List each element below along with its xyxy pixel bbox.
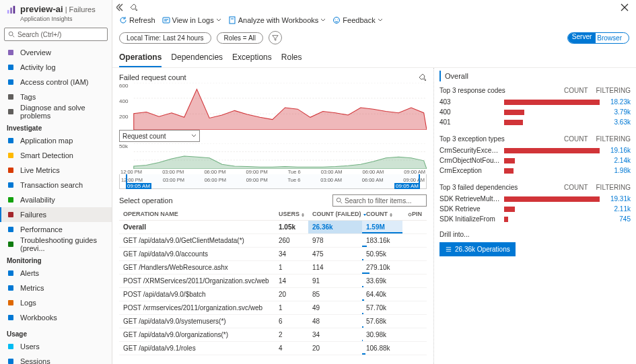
chevron-down-icon [320, 17, 326, 23]
sidebar-item-users[interactable]: Users [0, 339, 112, 354]
table-row[interactable]: GET /api/data/v9.0/accounts 34 475 50.95… [119, 248, 427, 261]
tab-operations[interactable]: Operations [119, 50, 162, 67]
sidebar-item-failures[interactable]: Failures [0, 207, 112, 222]
op-count: 1.59M [362, 221, 402, 234]
request-count-chart[interactable]: 50k [119, 143, 427, 169]
op-pin[interactable] [402, 301, 427, 315]
sidebar-item-metrics[interactable]: Metrics [0, 281, 112, 295]
operation-filter-input[interactable]: Search to filter items... [332, 194, 427, 207]
sidebar-item-tags[interactable]: Tags [0, 89, 112, 104]
svg-rect-31 [229, 17, 235, 24]
sidebar-item-logs[interactable]: Logs [0, 295, 112, 310]
op-pin[interactable] [402, 221, 427, 234]
op-pin[interactable] [402, 248, 427, 261]
appinsights-icon [7, 5, 16, 14]
operations-table: OPERATION NAME USERS COUNT (FAILED) COUN… [119, 208, 427, 355]
op-pin[interactable] [402, 328, 427, 342]
pin-chart-icon[interactable] [419, 73, 427, 81]
sidebar-item-access-control-iam-[interactable]: Access control (IAM) [0, 75, 112, 89]
op-failed: 20 [308, 342, 362, 355]
col-operation-name[interactable]: OPERATION NAME [119, 208, 275, 221]
metric-row[interactable]: CrmException 1.98k [439, 166, 631, 176]
sidebar-item-performance[interactable]: Performance [0, 222, 112, 237]
access-icon [7, 78, 15, 86]
metric-row[interactable]: 400 3.79k [439, 107, 631, 117]
op-count: 279.10k [362, 261, 402, 275]
drill-operations-button[interactable]: 26.36k Operations [439, 242, 516, 256]
time-range-pill[interactable]: Local Time: Last 24 hours [119, 32, 211, 44]
server-browser-toggle[interactable]: Server Browser [567, 32, 629, 44]
view-in-logs-button[interactable]: View in Logs [162, 16, 221, 24]
svg-rect-20 [8, 300, 13, 305]
metric-row[interactable]: SDK Retrieve 2.11k [439, 204, 631, 214]
table-row[interactable]: POST /xrmservices/2011/organization.svc/… [119, 301, 427, 315]
tab-exceptions[interactable]: Exceptions [232, 50, 272, 67]
collapse-left-icon[interactable] [116, 3, 125, 11]
table-row[interactable]: GET /api/data/v9.0/organizations(*) 2 34… [119, 328, 427, 342]
col-users[interactable]: USERS [275, 208, 308, 221]
sidebar-item-activity-log[interactable]: Activity log [0, 60, 112, 75]
close-icon[interactable] [620, 3, 629, 12]
add-filter-button[interactable] [269, 31, 282, 44]
col-pin[interactable]: PIN [402, 208, 427, 221]
metric-row[interactable]: 401 3.63k [439, 117, 631, 127]
sidebar-item-transaction-search[interactable]: Transaction search [0, 178, 112, 192]
op-failed: 91 [308, 275, 362, 288]
op-pin[interactable] [402, 234, 427, 248]
col-count[interactable]: COUNT [362, 208, 402, 221]
sidebar-item-workbooks[interactable]: Workbooks [0, 310, 112, 325]
appmap-icon [7, 137, 15, 145]
sidebar-item-label: Workbooks [20, 314, 57, 322]
metric-row[interactable]: SDK InitializeFrom 745 [439, 214, 631, 224]
feedback-button[interactable]: Feedback [332, 16, 382, 24]
svg-rect-6 [8, 65, 13, 70]
table-row[interactable]: POST /XRMServices/2011/Organization.svc/… [119, 275, 427, 288]
metric-row[interactable]: 403 18.23k [439, 97, 631, 107]
sidebar-item-smart-detection[interactable]: Smart Detection [0, 148, 112, 163]
pin-icon[interactable] [130, 3, 138, 11]
table-row[interactable]: POST /api/data/v9.0/$batch 20 85 64.40k [119, 288, 427, 301]
sidebar-item-sessions[interactable]: Sessions [0, 354, 112, 364]
table-row[interactable]: GET /api/data/v9.1/roles 4 20 106.88k [119, 342, 427, 355]
sidebar-item-live-metrics[interactable]: Live Metrics [0, 163, 112, 178]
op-pin[interactable] [402, 342, 427, 355]
col-count-failed[interactable]: COUNT (FAILED) [308, 208, 362, 221]
sidebar-item-troubleshooting-guides-previ-[interactable]: Troubleshooting guides (previ... [0, 237, 112, 252]
metric-row[interactable]: CrmObjectNotFou... 2.14k [439, 155, 631, 166]
time-brush[interactable]: 12:00 PM03:00 PM06:00 PM09:00 PMTue 603:… [119, 174, 427, 189]
analyze-workbooks-button[interactable]: Analyze with Workbooks [228, 16, 326, 24]
table-row[interactable]: Overall 1.05k 26.36k 1.59M [119, 221, 427, 234]
table-row[interactable]: GET /api/data/v9.0/GetClientMetadata(*) … [119, 234, 427, 248]
sidebar-item-diagnose-and-solve-problems[interactable]: Diagnose and solve problems [0, 104, 112, 119]
op-pin[interactable] [402, 315, 427, 328]
svg-point-3 [9, 32, 13, 36]
op-count: 106.88k [362, 342, 402, 355]
metric-row[interactable]: SDK RetrieveMulti... 19.31k [439, 194, 631, 204]
op-pin[interactable] [402, 261, 427, 275]
table-row[interactable]: GET /Handlers/WebResource.ashx 1 114 279… [119, 261, 427, 275]
sidebar-item-overview[interactable]: Overview [0, 45, 112, 60]
op-pin[interactable] [402, 288, 427, 301]
roles-filter-pill[interactable]: Roles = All [217, 32, 264, 44]
sessions-icon [7, 357, 15, 364]
workbooks-icon [7, 314, 15, 322]
sidebar-item-alerts[interactable]: Alerts [0, 266, 112, 281]
op-count: 183.16k [362, 234, 402, 248]
op-name: POST /api/data/v9.0/$batch [119, 288, 275, 301]
live-icon [7, 166, 15, 174]
metric-row[interactable]: CrmSecurityExcept... 19.16k [439, 145, 631, 155]
table-row[interactable]: GET /api/data/v9.0/systemusers(*) 6 48 5… [119, 315, 427, 328]
tab-roles[interactable]: Roles [281, 50, 302, 67]
svg-rect-16 [8, 227, 13, 232]
tab-dependencies[interactable]: Dependencies [171, 50, 223, 67]
filter-icon [272, 34, 279, 41]
refresh-button[interactable]: Refresh [119, 16, 155, 24]
op-pin[interactable] [402, 275, 427, 288]
metric-select[interactable]: Request count [119, 130, 200, 142]
sidebar-search[interactable]: Search (Ctrl+/) [4, 28, 108, 41]
failed-request-chart[interactable]: 600 400 200 [119, 83, 427, 130]
feedback-icon [332, 16, 341, 24]
svg-rect-19 [8, 285, 13, 291]
sidebar-item-availability[interactable]: Availability [0, 192, 112, 207]
sidebar-item-application-map[interactable]: Application map [0, 133, 112, 148]
